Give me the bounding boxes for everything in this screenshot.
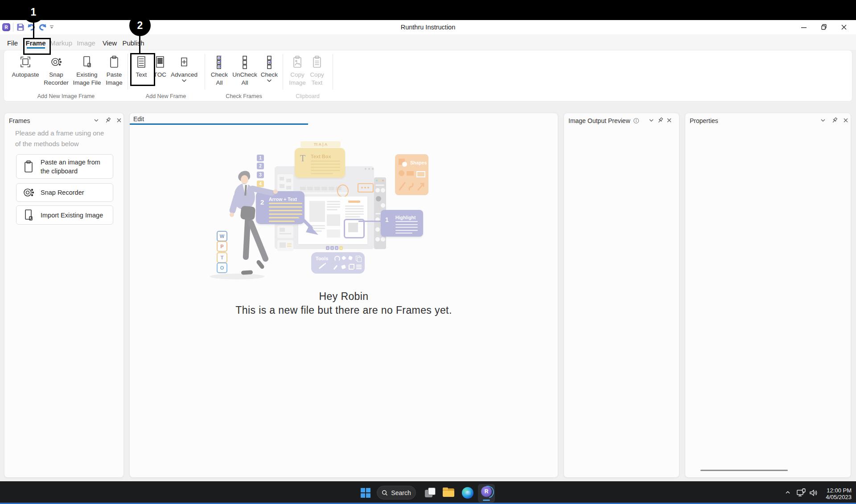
snap-recorder-button[interactable]: Snap Recorder	[41, 54, 72, 87]
menu-view[interactable]: View	[103, 39, 117, 47]
step-chip-3: 3	[257, 172, 264, 178]
decor	[407, 171, 414, 176]
decor	[375, 227, 380, 232]
group-separator	[205, 54, 205, 90]
edit-tab-underline	[130, 123, 308, 125]
tab-edit[interactable]: Edit	[133, 115, 144, 123]
snap-recorder-icon	[41, 54, 72, 70]
chevron-down-icon[interactable]	[819, 117, 827, 124]
frames-panel-header: Frames	[4, 113, 123, 127]
step-chip-4: 4	[257, 180, 264, 187]
decor	[361, 187, 363, 188]
decor	[382, 180, 384, 181]
decor	[375, 237, 380, 242]
decor	[399, 170, 404, 176]
decor	[269, 210, 302, 211]
pin-icon[interactable]	[104, 117, 111, 124]
decor	[269, 213, 302, 215]
uncheck-all-button[interactable]: UnCheck All	[230, 54, 259, 87]
start-button[interactable]	[360, 488, 371, 498]
runthru-app-button[interactable]: R	[478, 484, 495, 503]
close-icon[interactable]	[842, 117, 849, 124]
decor	[311, 170, 340, 171]
pin-icon[interactable]	[831, 117, 838, 124]
highlight-connector	[358, 221, 381, 222]
decor	[356, 266, 362, 267]
frames-hint-line1: Please add a frame using one	[15, 129, 104, 137]
person-hand-right	[273, 189, 278, 194]
refresh-icon	[334, 256, 340, 262]
app-logo-icon: R	[2, 23, 10, 31]
copy-image-icon	[286, 54, 309, 70]
wand-icon	[319, 263, 325, 269]
task-view-button[interactable]	[425, 488, 436, 498]
decor	[329, 187, 334, 190]
group-label-clipboard: Clipboard	[296, 93, 320, 99]
decor	[381, 203, 385, 208]
frames-hint-line2: of the methods below	[15, 140, 79, 148]
decor	[325, 263, 326, 264]
decor	[367, 187, 369, 188]
page-dot: 2	[330, 246, 334, 250]
advanced-frame-button[interactable]: Advanced	[166, 54, 202, 82]
taskbar: Search R	[0, 481, 856, 504]
group-label-add-new-image-frame: Add New Image Frame	[37, 93, 95, 99]
menu-publish[interactable]: Publish	[122, 39, 144, 47]
teams-icon: T	[217, 252, 227, 263]
edge-browser-button[interactable]	[462, 487, 473, 499]
pin-icon[interactable]	[657, 117, 664, 124]
image-output-preview-panel: Image Output Preview	[564, 113, 679, 478]
powerpoint-icon: P	[217, 241, 227, 252]
close-icon[interactable]	[666, 117, 673, 124]
clock-date: 4/05/2023	[815, 494, 852, 500]
paste-from-clipboard-button[interactable]: Paste an image fromthe clipboard	[16, 154, 113, 179]
callout-2-target-box	[130, 53, 155, 86]
minimize-button[interactable]	[799, 22, 809, 32]
restore-button[interactable]	[819, 22, 829, 32]
file-explorer-button[interactable]	[443, 488, 454, 498]
snap-recorder-panel-button[interactable]: Snap Recorder	[16, 183, 113, 202]
paste-image-button[interactable]: Paste Image	[101, 54, 127, 87]
chevron-down-icon[interactable]	[93, 117, 100, 124]
highlight-number: 1	[385, 216, 389, 223]
existing-image-file-button[interactable]: Existing Image File	[70, 54, 104, 87]
decor	[311, 164, 340, 165]
step-chip-1: 1	[257, 155, 264, 161]
decor	[428, 488, 436, 495]
decor	[269, 206, 302, 208]
close-icon[interactable]	[115, 117, 123, 124]
decor	[379, 180, 381, 181]
word-icon: W	[217, 231, 227, 242]
tray-chevron-up-icon[interactable]	[785, 489, 791, 496]
save-button[interactable]	[16, 23, 25, 31]
panel-resize-divider[interactable]	[700, 470, 788, 471]
check-all-button[interactable]: Check All	[208, 54, 231, 87]
qat-customize-button[interactable]	[49, 25, 54, 30]
decor	[395, 230, 418, 231]
decor	[327, 204, 340, 205]
qat-separator	[13, 23, 13, 32]
redo-button[interactable]	[38, 23, 47, 32]
menu-markup[interactable]: Markup	[50, 39, 72, 47]
chevron-down-icon[interactable]	[648, 117, 655, 124]
close-button[interactable]	[839, 22, 849, 32]
network-icon[interactable]	[796, 488, 806, 498]
decor	[345, 216, 360, 217]
check-button[interactable]: Check	[258, 54, 280, 82]
menu-image[interactable]: Image	[77, 39, 95, 47]
copy-text-button[interactable]: Copy Text	[307, 54, 327, 87]
copy-image-button[interactable]: Copy Image	[286, 54, 309, 87]
pen-icon	[333, 265, 337, 270]
import-existing-image-button[interactable]: Import Existing Image	[16, 205, 113, 225]
search-button[interactable]: Search	[377, 486, 416, 500]
paste-image-icon	[101, 54, 127, 70]
menu-file[interactable]: File	[7, 39, 18, 47]
autopaste-button[interactable]: Autopaste	[7, 54, 44, 79]
highlight-callout: 1 Highlight	[381, 210, 423, 237]
page-dot: 4	[339, 246, 343, 250]
sliders-icon	[356, 265, 362, 266]
clock[interactable]: 12:00 PM 4/05/2023	[815, 487, 852, 500]
undo-button[interactable]	[27, 23, 36, 32]
thumbnail	[277, 240, 293, 251]
decor	[300, 187, 306, 190]
